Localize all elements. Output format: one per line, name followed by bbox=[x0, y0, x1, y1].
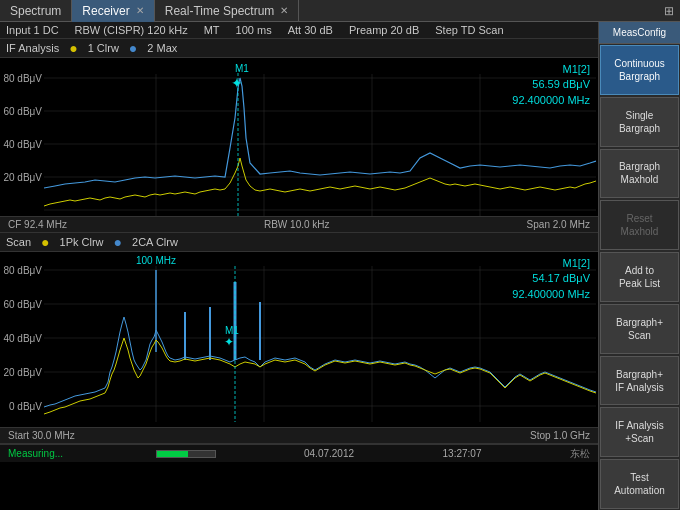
tab-realtime-label: Real-Time Spectrum bbox=[165, 4, 275, 18]
test-automation-button[interactable]: TestAutomation bbox=[600, 459, 679, 509]
bargraph-scan-label: Bargraph+Scan bbox=[616, 316, 663, 342]
time-label: 13:27:07 bbox=[443, 448, 482, 459]
chart1-marker-info: M1[2] 56.59 dBμV 92.400000 MHz bbox=[512, 62, 590, 108]
chart2-panel[interactable]: 80 dBμV 60 dBμV 40 dBμV 20 dBμV 0 dBμV 1… bbox=[0, 252, 598, 444]
chart2-svg: 80 dBμV 60 dBμV 40 dBμV 20 dBμV 0 dBμV 1… bbox=[0, 252, 596, 444]
watermark-text: 东松 bbox=[570, 447, 590, 461]
chart1-rbw: RBW 10.0 kHz bbox=[264, 219, 330, 230]
chart1-marker-value: 56.59 dBμV bbox=[512, 77, 590, 92]
step-label: Step TD Scan bbox=[435, 24, 503, 36]
right-sidebar: MeasConfig ContinuousBargraph SingleBarg… bbox=[598, 22, 680, 510]
legend1-label: 1 Clrw bbox=[88, 42, 119, 54]
chart1-marker-label: M1[2] bbox=[512, 62, 590, 77]
scan-header: Scan ● 1Pk Clrw ● 2CA Clrw bbox=[0, 233, 598, 252]
scan-legend1-dot: ● bbox=[41, 235, 49, 249]
add-to-peak-list-label: Add toPeak List bbox=[619, 264, 660, 290]
progress-fill bbox=[157, 451, 189, 457]
legend2-label: 2 Max bbox=[147, 42, 177, 54]
scan-legend1-label: 1Pk Clrw bbox=[60, 236, 104, 248]
chart1-span: Span 2.0 MHz bbox=[527, 219, 590, 230]
chart2-marker-label: M1[2] bbox=[512, 256, 590, 271]
svg-text:0 dBμV: 0 dBμV bbox=[9, 401, 42, 412]
bargraph-if-analysis-button[interactable]: Bargraph+IF Analysis bbox=[600, 356, 679, 406]
meas-config-button[interactable]: MeasConfig bbox=[599, 22, 680, 44]
if-analysis-header: IF Analysis ● 1 Clrw ● 2 Max bbox=[0, 39, 598, 58]
tab-realtime[interactable]: Real-Time Spectrum ✕ bbox=[155, 0, 300, 22]
grid-icon[interactable]: ⊞ bbox=[658, 2, 680, 20]
measuring-text: Measuring... bbox=[8, 448, 63, 459]
chart1-cf: CF 92.4 MHz bbox=[8, 219, 67, 230]
svg-text:80 dBμV: 80 dBμV bbox=[3, 73, 42, 84]
scan-legend2-label: 2CA Clrw bbox=[132, 236, 178, 248]
preamp-label: Preamp 20 dB bbox=[349, 24, 419, 36]
reset-maxhold-label: ResetMaxhold bbox=[621, 212, 659, 238]
svg-text:60 dBμV: 60 dBμV bbox=[3, 299, 42, 310]
det-label: MT bbox=[204, 24, 220, 36]
bargraph-if-analysis-label: Bargraph+IF Analysis bbox=[615, 368, 663, 394]
tab-bar: Spectrum Receiver ✕ Real-Time Spectrum ✕… bbox=[0, 0, 680, 22]
svg-text:✦: ✦ bbox=[224, 335, 234, 349]
bargraph-scan-button[interactable]: Bargraph+Scan bbox=[600, 304, 679, 354]
att-label: Att 30 dB bbox=[288, 24, 333, 36]
svg-text:M1: M1 bbox=[235, 63, 249, 74]
chart2-start: Start 30.0 MHz bbox=[8, 430, 75, 441]
tab-receiver[interactable]: Receiver ✕ bbox=[72, 0, 154, 22]
svg-text:60 dBμV: 60 dBμV bbox=[3, 106, 42, 117]
spectrum-area: Input 1 DC RBW (CISPR) 120 kHz MT 100 ms… bbox=[0, 22, 598, 510]
datetime-label: 04.07.2012 bbox=[304, 448, 354, 459]
single-bargraph-label: SingleBargraph bbox=[619, 109, 660, 135]
single-bargraph-button[interactable]: SingleBargraph bbox=[600, 97, 679, 147]
chart2-stop: Stop 1.0 GHz bbox=[530, 430, 590, 441]
input-label: Input 1 DC bbox=[6, 24, 59, 36]
svg-text:80 dBμV: 80 dBμV bbox=[3, 265, 42, 276]
chart2-marker-value: 54.17 dBμV bbox=[512, 271, 590, 286]
tab-spectrum[interactable]: Spectrum bbox=[0, 0, 72, 22]
status-bar: Measuring... 04.07.2012 13:27:07 东松 bbox=[0, 444, 598, 462]
svg-text:40 dBμV: 40 dBμV bbox=[3, 333, 42, 344]
if-analysis-title: IF Analysis bbox=[6, 42, 59, 54]
if-analysis-scan-button[interactable]: IF Analysis+Scan bbox=[600, 407, 679, 457]
chart2-bottom-bar: Start 30.0 MHz Stop 1.0 GHz bbox=[0, 427, 598, 443]
bargraph-maxhold-label: BargraphMaxhold bbox=[619, 160, 660, 186]
chart1-panel[interactable]: 80 dBμV 60 dBμV 40 dBμV 20 dBμV M1 ✦ M1[… bbox=[0, 58, 598, 233]
tab-realtime-close[interactable]: ✕ bbox=[280, 5, 288, 16]
scan-title: Scan bbox=[6, 236, 31, 248]
bargraph-maxhold-button[interactable]: BargraphMaxhold bbox=[600, 149, 679, 199]
scan-legend2-dot: ● bbox=[114, 235, 122, 249]
svg-text:100 MHz: 100 MHz bbox=[136, 255, 176, 266]
tab-spectrum-label: Spectrum bbox=[10, 4, 61, 18]
if-analysis-scan-label: IF Analysis+Scan bbox=[615, 419, 663, 445]
svg-text:40 dBμV: 40 dBμV bbox=[3, 139, 42, 150]
rbw-label: RBW (CISPR) 120 kHz bbox=[75, 24, 188, 36]
chart2-marker-freq: 92.400000 MHz bbox=[512, 287, 590, 302]
svg-text:20 dBμV: 20 dBμV bbox=[3, 367, 42, 378]
tab-receiver-label: Receiver bbox=[82, 4, 129, 18]
main-layout: Input 1 DC RBW (CISPR) 120 kHz MT 100 ms… bbox=[0, 22, 680, 510]
chart2-marker-info: M1[2] 54.17 dBμV 92.400000 MHz bbox=[512, 256, 590, 302]
add-to-peak-list-button[interactable]: Add toPeak List bbox=[600, 252, 679, 302]
svg-text:20 dBμV: 20 dBμV bbox=[3, 172, 42, 183]
legend1-dot: ● bbox=[69, 41, 77, 55]
continuous-bargraph-label: ContinuousBargraph bbox=[614, 57, 665, 83]
reset-maxhold-button[interactable]: ResetMaxhold bbox=[600, 200, 679, 250]
chart1-bottom-bar: CF 92.4 MHz RBW 10.0 kHz Span 2.0 MHz bbox=[0, 216, 598, 232]
svg-text:✦: ✦ bbox=[231, 75, 243, 91]
progress-bar bbox=[156, 450, 216, 458]
chart1-marker-freq: 92.400000 MHz bbox=[512, 93, 590, 108]
tab-receiver-close[interactable]: ✕ bbox=[136, 5, 144, 16]
legend2-dot: ● bbox=[129, 41, 137, 55]
test-automation-label: TestAutomation bbox=[614, 471, 665, 497]
chart1-svg: 80 dBμV 60 dBμV 40 dBμV 20 dBμV M1 ✦ bbox=[0, 58, 596, 233]
info-bar: Input 1 DC RBW (CISPR) 120 kHz MT 100 ms… bbox=[0, 22, 598, 39]
continuous-bargraph-button[interactable]: ContinuousBargraph bbox=[600, 45, 679, 95]
time-label: 100 ms bbox=[236, 24, 272, 36]
